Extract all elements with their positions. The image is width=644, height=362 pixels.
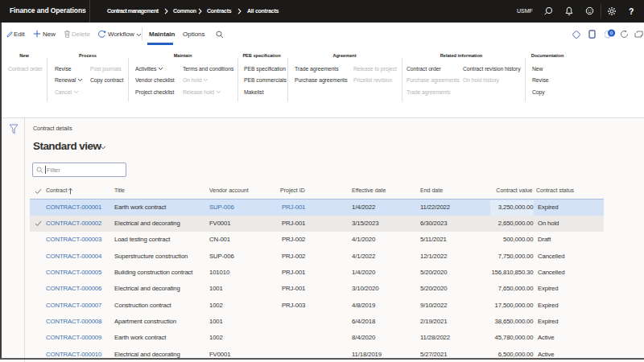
svg-text:0: 0 [610,30,613,35]
